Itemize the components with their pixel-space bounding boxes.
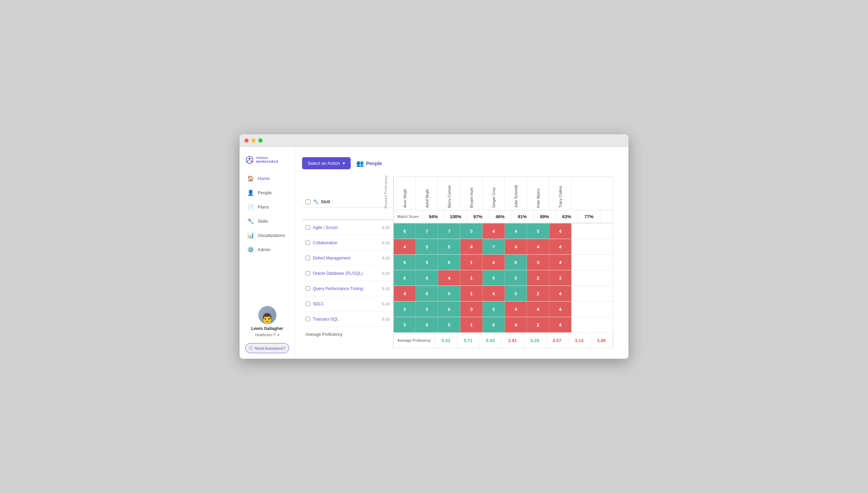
person-header-2: Barry Conner <box>438 177 460 210</box>
sidebar-item-skills[interactable]: 🔧 Skills <box>242 214 293 228</box>
data-cell-2-3: 1 <box>460 255 483 270</box>
data-cell-4-7: 4 <box>549 286 571 301</box>
sidebar-item-plans[interactable]: 📄 Plans <box>242 200 293 214</box>
match-score-cell-5: 89% <box>534 210 556 223</box>
wrench-icon: 🔧 <box>313 199 319 204</box>
skill-list-item: Query Performance Tuning <box>302 281 378 296</box>
need-assistance-button[interactable]: ⓘ Need Assistance? <box>245 343 289 353</box>
skill-checkbox-6[interactable] <box>306 317 310 321</box>
skills-icon: 🔧 <box>247 218 254 224</box>
desired-proficiency-rotated-label: Desired Proficiency <box>384 175 388 209</box>
desired-cell-1: 5-10 <box>378 235 393 250</box>
help-label: Need Assistance? <box>254 346 285 350</box>
data-cell-5-3: 3 <box>460 301 483 317</box>
data-cell-6-1: 6 <box>416 317 438 332</box>
data-cell-1-6: 4 <box>527 239 549 254</box>
maximize-button[interactable] <box>258 138 262 143</box>
admin-icon: ⚙️ <box>247 246 254 253</box>
skill-list-item: SDLC <box>302 296 378 312</box>
sidebar-item-home[interactable]: 🏠 Home <box>242 172 293 185</box>
data-cell-6-3: 1 <box>460 317 483 332</box>
person-header-5: Julie Schmidt <box>505 177 527 210</box>
skill-name-3[interactable]: Oracle Database (PL/SQL) <box>313 271 362 276</box>
titlebar <box>240 134 628 147</box>
plans-icon: 📄 <box>247 204 254 210</box>
skill-checkbox-1[interactable] <box>306 240 310 245</box>
match-score-cell-3: 46% <box>489 210 511 223</box>
data-cell-0-7: 4 <box>549 223 571 239</box>
desired-cell-4: 5-10 <box>378 281 393 296</box>
people-section-icon: 👥 <box>356 160 364 167</box>
nav-items: 🏠 Home 👤 People 📄 Plans 🔧 Skills 📊 <box>240 172 295 300</box>
data-row-0: 87754454 <box>394 223 613 239</box>
data-grid: Arun SinghAshif MujibBarry ConnerBryant … <box>393 176 613 348</box>
data-cell-1-2: 5 <box>438 239 460 254</box>
skill-header-text: Skill <box>321 199 330 204</box>
select-action-button[interactable]: Select an Action ▾ <box>302 157 351 169</box>
data-cell-5-6: 4 <box>527 301 549 317</box>
person-name-6: Kate Myers <box>536 177 540 208</box>
match-score-cell-0: 94% <box>423 210 445 223</box>
match-score-cell-7: 77% <box>578 210 600 223</box>
close-button[interactable] <box>244 138 249 143</box>
main-content: Select an Action ▾ 👥 People 🔧 <box>295 147 628 359</box>
skill-name-5[interactable]: SDLC <box>313 301 324 306</box>
sidebar-item-admin[interactable]: ⚙️ Admin <box>242 243 293 256</box>
data-cell-6-0: 5 <box>394 317 416 332</box>
data-cell-1-4: 7 <box>483 239 505 254</box>
skill-checkbox-3[interactable] <box>306 271 310 275</box>
minimize-button[interactable] <box>251 138 256 143</box>
person-name-7: Tracy Collins <box>558 177 562 208</box>
skill-name-0[interactable]: Agile / Scrum <box>313 225 337 230</box>
person-header-3: Bryant Hunt <box>460 177 483 210</box>
data-cell-4-4: 4 <box>483 286 505 301</box>
desired-cell-5: 5-10 <box>378 296 393 312</box>
skill-name-4[interactable]: Query Performance Tuning <box>313 286 363 291</box>
data-cell-0-4: 4 <box>483 223 505 239</box>
data-cell-3-2: 4 <box>438 270 460 286</box>
data-cell-3-3: 1 <box>460 270 483 286</box>
avg-proficiency-label-row: Average Proficiency <box>302 327 378 342</box>
data-cell-0-6: 5 <box>527 223 549 239</box>
person-name-4: Ginger Cruz <box>492 177 496 208</box>
sidebar-item-visualizations[interactable]: 📊 Visualizations <box>242 229 293 242</box>
data-cell-6-4: 8 <box>483 317 505 332</box>
skill-list-area: 🔧 Skill Agile / Scrum Collaboration Defe… <box>302 176 378 348</box>
sidebar-item-people[interactable]: 👤 People <box>242 186 293 199</box>
skill-checkbox-4[interactable] <box>306 286 310 291</box>
person-name-3: Bryant Hunt <box>469 177 474 208</box>
skill-name-6[interactable]: Transact-SQL <box>313 317 339 322</box>
svg-line-4 <box>248 160 250 161</box>
data-cell-3-1: 6 <box>416 270 438 286</box>
avg-data-cell-3: 2.91 <box>502 333 524 348</box>
sidebar-item-plans-label: Plans <box>258 204 269 210</box>
data-cell-4-2: 5 <box>438 286 460 301</box>
person-name-5: Julie Schmidt <box>514 177 518 208</box>
avg-data-cell-4: 5.29 <box>524 333 546 348</box>
user-name: Lewis Gallagher <box>251 326 283 331</box>
select-all-checkbox[interactable] <box>306 199 310 204</box>
chevron-down-icon[interactable]: ▾ <box>277 333 279 337</box>
skill-checkbox-5[interactable] <box>306 301 310 306</box>
data-cell-6-7: 4 <box>549 317 571 332</box>
match-score-row: Match Score94%100%97%46%91%89%63%77% <box>394 210 613 223</box>
svg-marker-0 <box>247 156 253 164</box>
user-department: Healthcare IT ▾ <box>255 333 279 337</box>
skill-checkbox-0[interactable] <box>306 225 310 230</box>
sidebar: VISUAL WORKFORCE 🏠 Home 👤 People 📄 Plans… <box>240 147 295 359</box>
desired-cell-3: 5-10 <box>378 266 393 281</box>
skill-checkbox-2[interactable] <box>306 256 310 260</box>
skill-name-2[interactable]: Defect Management <box>313 256 350 261</box>
data-cell-2-7: 4 <box>549 255 571 270</box>
avg-data-cell-6: 3.14 <box>568 333 591 348</box>
data-cell-4-1: 6 <box>416 286 438 301</box>
skill-name-1[interactable]: Collaboration <box>313 240 337 245</box>
data-cell-6-6: 2 <box>527 317 549 332</box>
user-dept-label: Healthcare IT <box>255 333 276 337</box>
sidebar-item-home-label: Home <box>258 176 270 181</box>
data-cell-3-6: 2 <box>527 270 549 286</box>
logo-text: VISUAL WORKFORCE <box>256 156 289 164</box>
avg-proficiency-label: Average Proficiency <box>306 332 343 337</box>
person-name-0: Arun Singh <box>403 177 407 208</box>
desired-cell-6: 5-10 <box>378 312 393 327</box>
